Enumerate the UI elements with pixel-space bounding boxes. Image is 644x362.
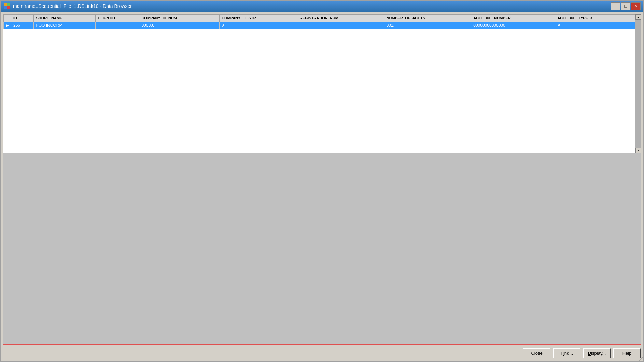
resize-handle[interactable] xyxy=(639,357,643,361)
title-bar-left: mainframe..Sequential_File_1.DSLink10 - … xyxy=(3,3,132,10)
cell-account-type-x: ✗ xyxy=(555,22,635,29)
window-body: ID SHORT_NAME CLIENTID COMPANY_ID_NUM CO… xyxy=(1,12,643,361)
cell-registration-num xyxy=(297,22,384,29)
minimize-button[interactable]: ─ xyxy=(611,2,620,10)
help-button[interactable]: Help xyxy=(613,348,641,358)
col-header-company-id-str[interactable]: COMPANY_ID_STR xyxy=(219,15,297,22)
col-header-id[interactable]: ID xyxy=(11,15,34,22)
empty-grid-area xyxy=(3,153,641,344)
svg-line-2 xyxy=(642,360,643,361)
vertical-scrollbar[interactable]: ▲ ▼ xyxy=(635,14,641,153)
maximize-button[interactable]: □ xyxy=(621,2,630,10)
scroll-down-button[interactable]: ▼ xyxy=(635,148,641,153)
col-header-company-id-num[interactable]: COMPANY_ID_NUM xyxy=(139,15,220,22)
window-controls: ─ □ ✕ xyxy=(611,2,641,10)
col-header-short-name[interactable]: SHORT_NAME xyxy=(34,15,96,22)
app-icon xyxy=(3,3,10,10)
find-button-label: Find... xyxy=(561,351,573,356)
col-header-arrow xyxy=(4,15,11,22)
title-bar: mainframe..Sequential_File_1.DSLink10 - … xyxy=(1,1,643,12)
col-header-clientid[interactable]: CLIENTID xyxy=(96,15,139,22)
row-arrow-indicator: ▶ xyxy=(4,22,11,29)
close-window-button[interactable]: ✕ xyxy=(631,2,641,10)
table-row[interactable]: ▶256FOO INCORP00000.✗001.00000000000000✗ xyxy=(4,22,635,29)
close-button[interactable]: Close xyxy=(523,348,550,358)
cell-account-number: 00000000000000 xyxy=(471,22,555,29)
cell-company-id-num: 00000. xyxy=(139,22,220,29)
col-header-account-type-x[interactable]: ACCOUNT_TYPE_X xyxy=(555,15,635,22)
cell-id: 256 xyxy=(11,22,34,29)
col-header-number-of-accts[interactable]: NUMBER_OF_ACCTS xyxy=(384,15,471,22)
data-table: ID SHORT_NAME CLIENTID COMPANY_ID_NUM CO… xyxy=(3,14,635,29)
display-button-label: Display... xyxy=(588,351,606,356)
bottom-bar: Close Find... Display... Help xyxy=(3,347,641,359)
col-header-account-number[interactable]: ACCOUNT_NUMBER xyxy=(471,15,555,22)
scroll-track[interactable] xyxy=(635,20,641,148)
cell-short-name: FOO INCORP xyxy=(34,22,96,29)
find-button[interactable]: Find... xyxy=(553,348,580,358)
data-grid-container: ID SHORT_NAME CLIENTID COMPANY_ID_NUM CO… xyxy=(3,14,641,345)
display-button[interactable]: Display... xyxy=(583,348,611,358)
table-scroll-area[interactable]: ID SHORT_NAME CLIENTID COMPANY_ID_NUM CO… xyxy=(3,14,635,153)
main-window: mainframe..Sequential_File_1.DSLink10 - … xyxy=(0,0,644,362)
table-header-row: ID SHORT_NAME CLIENTID COMPANY_ID_NUM CO… xyxy=(4,15,635,22)
window-title: mainframe..Sequential_File_1.DSLink10 - … xyxy=(13,3,132,9)
cell-clientid xyxy=(96,22,139,29)
scroll-up-button[interactable]: ▲ xyxy=(635,14,641,20)
col-header-registration-num[interactable]: REGISTRATION_NUM xyxy=(297,15,384,22)
cell-number-of-accts: 001. xyxy=(384,22,471,29)
cell-company-id-str: ✗ xyxy=(219,22,297,29)
